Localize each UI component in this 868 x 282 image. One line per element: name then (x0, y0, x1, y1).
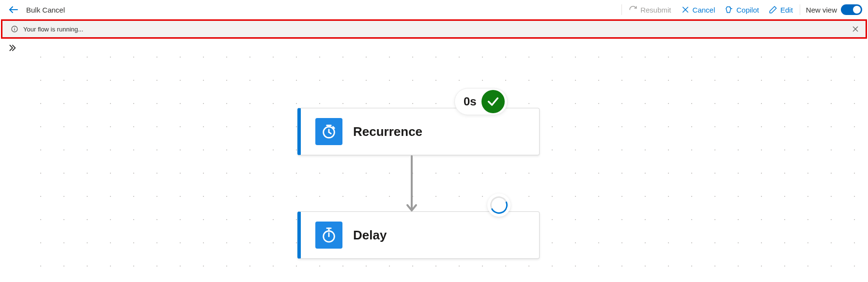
node-label: Recurrence (353, 124, 422, 139)
refresh-icon (629, 5, 637, 14)
delay-icon (315, 222, 342, 249)
cancel-label: Cancel (693, 6, 715, 14)
copilot-button[interactable]: Copilot (720, 3, 764, 16)
edit-label: Edit (780, 6, 793, 14)
connector-arrow (406, 155, 418, 214)
node-status-badge-running (487, 193, 511, 217)
recurrence-icon (315, 118, 342, 145)
cancel-button[interactable]: Cancel (676, 3, 720, 16)
status-banner-highlight: Your flow is running... (1, 19, 867, 39)
info-icon (11, 25, 18, 33)
expand-panel-button[interactable] (7, 43, 17, 53)
flow-node-recurrence[interactable]: Recurrence (297, 108, 540, 155)
chevron-double-right-icon (7, 43, 17, 53)
banner-close-button[interactable] (852, 25, 859, 33)
svg-line-10 (329, 132, 331, 134)
page-title: Bulk Cancel (26, 6, 65, 14)
status-banner: Your flow is running... (2, 21, 866, 37)
copilot-label: Copilot (736, 6, 759, 14)
left-gutter (0, 39, 22, 282)
pencil-icon (769, 5, 777, 14)
status-message: Your flow is running... (23, 26, 847, 33)
edit-button[interactable]: Edit (764, 3, 798, 16)
resubmit-label: Resubmit (640, 6, 671, 14)
arrow-left-icon (8, 4, 19, 15)
node-duration: 0s (464, 95, 477, 108)
node-status-badge-success: 0s (454, 88, 508, 115)
flow-node-delay[interactable]: Delay (297, 211, 540, 259)
divider (621, 4, 622, 15)
node-label: Delay (353, 228, 387, 243)
checkmark-icon (481, 90, 505, 113)
back-button[interactable] (8, 4, 19, 15)
resubmit-button: Resubmit (624, 3, 676, 16)
new-view-label: New view (806, 6, 837, 14)
close-icon (681, 5, 690, 14)
new-view-toggle[interactable] (841, 4, 862, 15)
divider (800, 4, 800, 15)
copilot-icon (725, 5, 733, 14)
